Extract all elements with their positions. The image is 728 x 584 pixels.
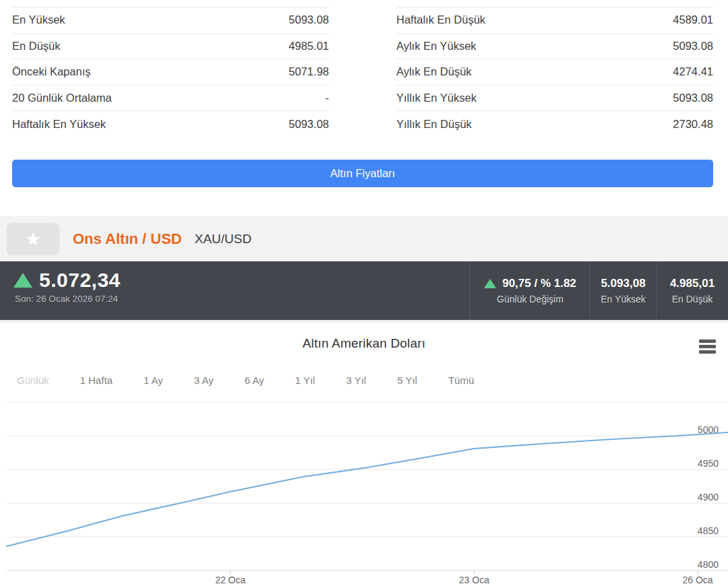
range-tab-5-yıl[interactable]: 5 Yıl — [397, 375, 417, 386]
svg-text:4850: 4850 — [698, 525, 719, 536]
stat-value: 4985.01 — [289, 40, 329, 53]
svg-text:4950: 4950 — [698, 458, 719, 469]
range-tab-günlük[interactable]: Günlük — [17, 375, 49, 386]
last-update-text: Son: 26 Ocak 2026 07:24 — [15, 294, 121, 304]
stat-label: Yıllık En Yüksek — [396, 92, 477, 104]
current-price: 5.072,34 — [39, 269, 121, 292]
stats-row: 20 Günlük Ortalama- — [12, 86, 329, 112]
stat-value: 5093.08 — [673, 92, 713, 104]
stats-section: En Yüksek5093.08En Düşük4985.01Önceki Ka… — [12, 7, 713, 137]
range-tab-1-yıl[interactable]: 1 Yıl — [295, 375, 315, 386]
stats-row: Haftalık En Düşük4589.01 — [396, 7, 713, 34]
stat-value: 5071.98 — [289, 65, 329, 78]
stat-value: 5093.08 — [289, 13, 329, 26]
stat-label: Haftalık En Düşük — [396, 13, 485, 26]
stats-row: Yıllık En Yüksek5093.08 — [396, 86, 713, 112]
price-block: 5.072,34 Son: 26 Ocak 2026 07:24 — [13, 269, 121, 304]
stats-row: En Düşük4985.01 — [12, 34, 329, 60]
stat-label: 20 Günlük Ortalama — [12, 92, 112, 104]
stat-label: Aylık En Yüksek — [396, 40, 477, 53]
price-line-chart[interactable]: 5000495049004850480022 Oca23 Oca26 Oca — [0, 397, 728, 584]
ticker-cell-label: En Düşük — [672, 294, 713, 304]
svg-text:4900: 4900 — [698, 492, 719, 502]
stat-label: Yıllık En Düşük — [396, 118, 472, 131]
stat-label: En Yüksek — [12, 13, 65, 26]
ticker-cell-value: 4.985,01 — [670, 277, 715, 290]
instrument-header: ★ Ons Altın / USD XAU/USD — [0, 216, 728, 261]
gold-prices-button[interactable]: Altın Fiyatları — [12, 160, 713, 187]
stat-value: 5093.08 — [673, 40, 713, 53]
ticker-cell: 5.093,08En Yüksek — [590, 261, 656, 320]
chart-range-tabs: Günlük1 Hafta1 Ay3 Ay6 Ay1 Yıl3 Yıl5 Yıl… — [17, 375, 474, 386]
svg-text:26 Oca: 26 Oca — [682, 575, 712, 584]
stat-label: En Düşük — [12, 40, 61, 53]
favorite-star-icon[interactable]: ★ — [7, 223, 59, 255]
stats-row: Haftalık En Yüksek5093.08 — [12, 111, 329, 137]
stats-table-left: En Yüksek5093.08En Düşük4985.01Önceki Ka… — [12, 7, 329, 137]
ticker-cell-label: Günlük Değişim — [497, 294, 564, 304]
instrument-code: XAU/USD — [195, 232, 251, 247]
stats-table-right: Haftalık En Düşük4589.01Aylık En Yüksek5… — [396, 7, 713, 137]
ticker-cell-value: 5.093,08 — [601, 277, 645, 290]
range-tab-1-ay[interactable]: 1 Ay — [144, 375, 163, 386]
stat-value: 2730.48 — [673, 118, 713, 131]
ticker-cell: 90,75 / % 1.82Günlük Değişim — [470, 261, 590, 320]
ticker-cell: 4.985,01En Düşük — [656, 261, 728, 320]
stats-row: Aylık En Düşük4274.41 — [396, 59, 713, 86]
range-tab-tümü[interactable]: Tümü — [448, 375, 474, 386]
stat-value: - — [326, 92, 330, 104]
svg-text:23 Oca: 23 Oca — [459, 575, 489, 584]
stats-row: Aylık En Yüksek5093.08 — [396, 34, 713, 60]
range-tab-3-ay[interactable]: 3 Ay — [194, 375, 214, 386]
stat-label: Aylık En Düşük — [396, 65, 472, 78]
ticker-cell-label: En Yüksek — [601, 294, 646, 304]
range-tab-1-hafta[interactable]: 1 Hafta — [80, 375, 113, 386]
ticker-cell-value: 90,75 / % 1.82 — [502, 277, 576, 290]
stat-value: 4274.41 — [673, 65, 713, 78]
range-tab-3-yıl[interactable]: 3 Yıl — [346, 375, 366, 386]
chart-menu-hamburger-icon[interactable] — [699, 339, 716, 356]
stat-label: Haftalık En Yüksek — [12, 118, 106, 131]
stats-row: Yıllık En Düşük2730.48 — [396, 111, 713, 137]
range-tab-6-ay[interactable]: 6 Ay — [245, 375, 264, 386]
stat-label: Önceki Kapanış — [12, 65, 90, 78]
price-ticker-bar: 5.072,34 Son: 26 Ocak 2026 07:24 90,75 /… — [0, 261, 728, 320]
svg-text:22 Oca: 22 Oca — [215, 575, 245, 584]
chart-title: Altın Amerikan Doları — [0, 336, 728, 351]
stats-row: En Yüksek5093.08 — [12, 7, 329, 34]
up-arrow-icon — [13, 273, 32, 288]
up-arrow-icon — [484, 279, 496, 288]
instrument-title: Ons Altın / USD — [73, 230, 182, 248]
stat-value: 4589.01 — [673, 13, 713, 26]
ticker-bottom-strip — [0, 320, 728, 323]
svg-text:4800: 4800 — [698, 559, 719, 570]
ticker-cells: 90,75 / % 1.82Günlük Değişim5.093,08En Y… — [470, 261, 728, 320]
stats-row: Önceki Kapanış5071.98 — [12, 59, 329, 86]
stat-value: 5093.08 — [289, 118, 329, 131]
